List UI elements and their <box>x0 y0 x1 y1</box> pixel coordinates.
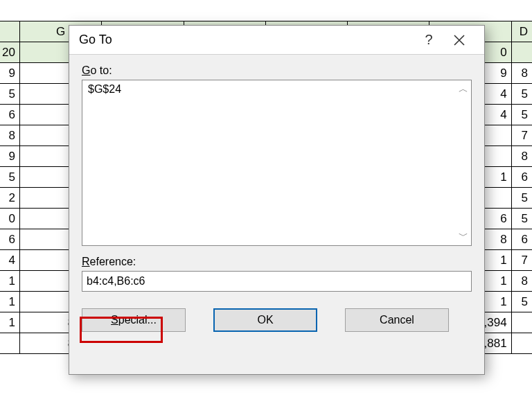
close-icon <box>454 35 465 46</box>
row-number[interactable]: 9 <box>0 63 19 84</box>
cell[interactable]: 8 <box>511 63 532 84</box>
cell[interactable] <box>511 333 532 354</box>
col-header-blank[interactable] <box>0 21 19 42</box>
row-number[interactable]: 8 <box>0 125 19 146</box>
goto-list-item[interactable]: $G$24 <box>88 83 466 96</box>
row-number[interactable]: 2 <box>0 188 19 209</box>
help-button[interactable]: ? <box>414 26 444 55</box>
row-number[interactable]: 4 <box>0 250 19 271</box>
cell[interactable] <box>511 42 532 63</box>
reference-input[interactable] <box>82 271 472 292</box>
ok-button[interactable]: OK <box>213 308 317 332</box>
cell[interactable]: 6 <box>511 167 532 188</box>
goto-label: Go to: <box>82 64 472 77</box>
cell[interactable]: 5 <box>511 105 532 125</box>
row-number[interactable]: 5 <box>0 167 19 188</box>
row-number[interactable]: 5 <box>0 84 19 105</box>
row-number[interactable]: 20 <box>0 42 19 63</box>
row-number[interactable]: 9 <box>0 146 19 167</box>
cancel-button[interactable]: Cancel <box>345 308 449 332</box>
goto-listbox[interactable]: $G$24 ︿ ﹀ <box>82 80 472 246</box>
cell[interactable]: 7 <box>511 250 532 271</box>
dialog-title: Go To <box>79 33 414 47</box>
cell[interactable]: 6 <box>511 229 532 250</box>
cell[interactable]: 5 <box>511 209 532 229</box>
row-number[interactable]: 1 <box>0 312 19 333</box>
cell[interactable] <box>511 312 532 333</box>
cell[interactable]: 7 <box>511 125 532 146</box>
row-number[interactable]: 6 <box>0 105 19 125</box>
cell[interactable]: 5 <box>511 292 532 312</box>
scroll-down-icon[interactable]: ﹀ <box>459 230 468 242</box>
row-number[interactable]: 0 <box>0 209 19 229</box>
col-header-d[interactable]: D <box>511 21 532 42</box>
cell[interactable]: 8 <box>511 271 532 292</box>
scroll-up-icon[interactable]: ︿ <box>459 83 468 96</box>
close-button[interactable] <box>444 26 475 55</box>
cell[interactable]: 5 <box>511 188 532 209</box>
special-button[interactable]: Special... <box>82 308 186 332</box>
goto-dialog: Go To ? Go to: $G$24 ︿ ﹀ Reference: Spec… <box>69 25 485 375</box>
row-number[interactable]: 6 <box>0 229 19 250</box>
cell[interactable]: 5 <box>511 84 532 105</box>
row-number[interactable]: 1 <box>0 292 19 312</box>
row-number[interactable] <box>0 333 19 354</box>
dialog-titlebar[interactable]: Go To ? <box>69 26 484 55</box>
cell[interactable]: 8 <box>511 146 532 167</box>
row-number[interactable]: 1 <box>0 271 19 292</box>
reference-label: Reference: <box>82 256 472 268</box>
